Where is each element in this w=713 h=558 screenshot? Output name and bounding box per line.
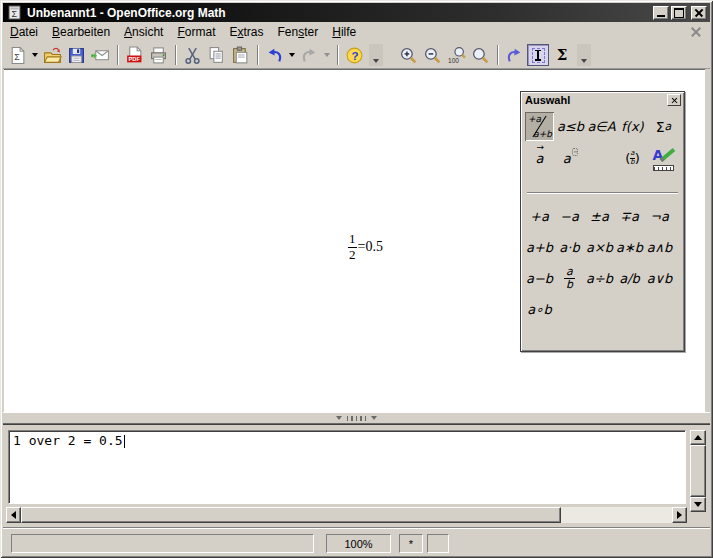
save-icon [67, 46, 86, 65]
menu-format[interactable]: Format [170, 23, 222, 41]
hscroll-thumb[interactable] [21, 507, 561, 523]
svg-text:Σ: Σ [12, 9, 18, 19]
symbol-a-slash-b[interactable]: a/b [615, 264, 644, 293]
chevron-down-icon [373, 59, 379, 63]
symbol-a-minus-b[interactable]: a−b [525, 264, 554, 293]
symbol-plusminus-a[interactable]: ±a [585, 202, 614, 231]
commands-window: 1 over 2 = 0.5 [3, 424, 710, 527]
minimize-icon [657, 15, 665, 17]
menu-bar: Datei Bearbeiten Ansicht Format Extras F… [3, 22, 710, 42]
menu-bearbeiten[interactable]: Bearbeiten [45, 23, 117, 41]
maximize-icon [674, 8, 684, 18]
toolbar-separator [257, 45, 259, 65]
symbols-catalog-button[interactable]: Σ [551, 43, 573, 67]
palette-separator [527, 192, 678, 194]
menu-hilfe[interactable]: Hilfe [325, 23, 363, 41]
copy-button[interactable] [205, 43, 227, 67]
close-document-button[interactable] [690, 26, 702, 38]
maximize-button[interactable] [671, 6, 687, 20]
status-bar: 100% * [3, 527, 710, 555]
window-controls [653, 6, 707, 20]
scroll-left-button[interactable] [6, 507, 21, 523]
category-relations[interactable]: a≤b [556, 112, 585, 141]
splitter-handle[interactable] [3, 412, 710, 424]
scroll-down-button[interactable] [690, 497, 706, 512]
category-operators[interactable]: Σa [649, 112, 678, 141]
symbol-a-div-b[interactable]: a÷b [585, 264, 614, 293]
zoom-in-button[interactable] [397, 43, 419, 67]
collapse-down-icon [371, 416, 377, 420]
symbol-a-times-b[interactable]: a×b [585, 233, 614, 262]
symbol-not-a[interactable]: ¬a [645, 202, 674, 231]
menu-fenster[interactable]: Fenster [271, 23, 326, 41]
toolbar-separator [497, 45, 499, 65]
command-text: 1 over 2 = 0.5 [13, 433, 123, 448]
print-icon [149, 46, 168, 65]
title-bar[interactable]: Σ Unbenannt1 - OpenOffice.org Math [3, 3, 710, 22]
vscroll-thumb[interactable] [690, 445, 706, 497]
palette-title: Auswahl [525, 94, 570, 106]
symbol-a-circ-b[interactable]: a∘b [525, 295, 554, 324]
cut-button[interactable] [181, 43, 203, 67]
status-info-field [11, 534, 314, 553]
toolbar-options-button[interactable] [369, 44, 383, 66]
save-button[interactable] [65, 43, 87, 67]
zoom-button[interactable] [469, 43, 491, 67]
ruler-icon [653, 165, 674, 171]
symbol-a-cdot-b[interactable]: a·b [555, 233, 584, 262]
palette-close-button[interactable] [667, 94, 681, 106]
open-icon [43, 46, 62, 65]
category-unary-binary-operators[interactable]: +a a+b [525, 112, 554, 141]
new-document-dropdown[interactable] [30, 43, 39, 67]
command-hscrollbar[interactable] [6, 507, 687, 523]
chevron-down-icon [32, 53, 38, 57]
symbol-a-ast-b[interactable]: a∗b [615, 233, 644, 262]
paste-button[interactable] [229, 43, 251, 67]
toolbar-options-button[interactable] [577, 44, 591, 66]
open-button[interactable] [41, 43, 63, 67]
symbol-a-over-b[interactable]: a b [555, 264, 584, 293]
palette-title-bar[interactable]: Auswahl [521, 92, 684, 108]
undo-button[interactable] [263, 43, 285, 67]
menu-datei[interactable]: Datei [3, 23, 45, 41]
refresh-button[interactable] [503, 43, 525, 67]
category-set-operations[interactable]: a∈A [587, 112, 616, 141]
category-brackets[interactable]: ( a b ) [618, 144, 647, 173]
category-functions[interactable]: f(x) [618, 112, 647, 141]
menu-extras[interactable]: Extras [223, 23, 271, 41]
arrow-down-icon [694, 502, 702, 507]
category-others[interactable]: a ··· [556, 144, 585, 173]
rendered-formula[interactable]: 1 2 =0.5 [348, 232, 383, 263]
redo-dropdown[interactable] [322, 43, 331, 67]
print-button[interactable] [147, 43, 169, 67]
zoom-100-button[interactable]: 100 [445, 43, 467, 67]
scroll-up-button[interactable] [690, 430, 706, 445]
send-email-button[interactable] [89, 43, 111, 67]
zoom-out-button[interactable] [421, 43, 443, 67]
formula-cursor-button[interactable] [527, 44, 549, 66]
arrow-right-icon [677, 511, 682, 519]
symbol-a-or-b[interactable]: a∨b [645, 264, 674, 293]
export-pdf-button[interactable]: PDF [123, 43, 145, 67]
minimize-button[interactable] [653, 6, 669, 20]
status-zoom-field[interactable]: 100% [326, 534, 391, 553]
symbol-a-and-b[interactable]: a∧b [645, 233, 674, 262]
category-attributes[interactable]: a → [525, 144, 554, 173]
close-button[interactable] [691, 6, 707, 20]
symbol-a-plus-b[interactable]: a+b [525, 233, 554, 262]
symbol-minusplus-a[interactable]: ∓a [615, 202, 644, 231]
export-pdf-icon: PDF [125, 46, 144, 65]
menu-ansicht[interactable]: Ansicht [117, 23, 170, 41]
scroll-right-button[interactable] [672, 507, 687, 523]
category-formats[interactable]: A [649, 144, 678, 173]
help-button[interactable]: ? [343, 43, 365, 67]
new-document-button[interactable]: Σ [6, 43, 28, 67]
redo-button[interactable] [298, 43, 320, 67]
command-vscrollbar[interactable] [690, 430, 706, 512]
undo-dropdown[interactable] [287, 43, 296, 67]
symbol-minus-a[interactable]: −a [555, 202, 584, 231]
symbol-plus-a[interactable]: +a [525, 202, 554, 231]
command-input[interactable]: 1 over 2 = 0.5 [8, 430, 686, 504]
standard-toolbar: Σ PDF [3, 42, 710, 69]
arrow-up-icon [694, 435, 702, 440]
